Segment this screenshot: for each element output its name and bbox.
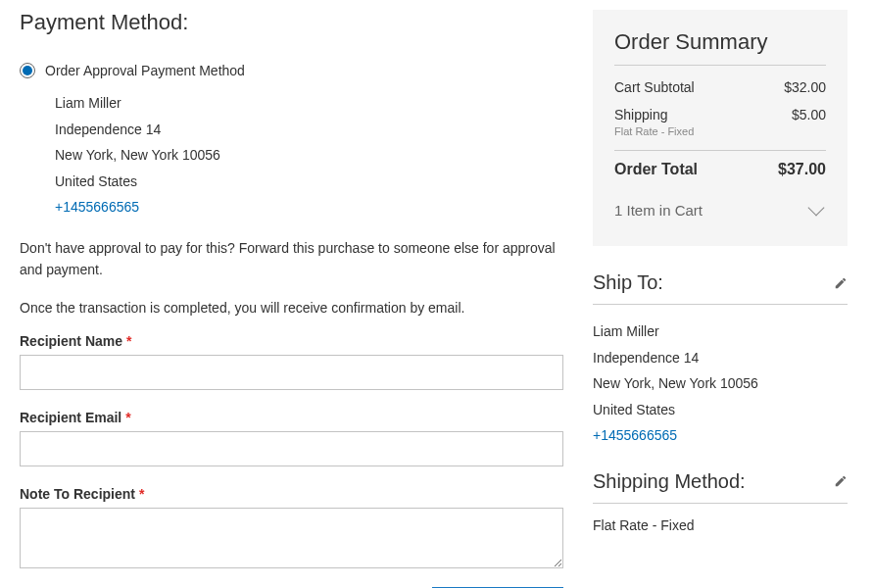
- payment-method-option[interactable]: Order Approval Payment Method: [20, 63, 563, 78]
- shipto-phone-link[interactable]: +1455666565: [593, 427, 677, 443]
- cart-items-toggle[interactable]: 1 Item in Cart: [614, 202, 826, 219]
- shipto-city: New York, New York 10056: [593, 370, 848, 397]
- shipping-sublabel: Flat Rate - Fixed: [614, 125, 694, 137]
- billing-country: United States: [55, 169, 563, 195]
- recipient-email-label: Recipient Email*: [20, 410, 563, 425]
- billing-phone-link[interactable]: +1455666565: [55, 199, 139, 215]
- shipto-country: United States: [593, 397, 848, 423]
- recipient-name-input[interactable]: [20, 355, 563, 390]
- subtotal-label: Cart Subtotal: [614, 79, 695, 95]
- shipping-value: $5.00: [792, 107, 826, 138]
- order-summary-title: Order Summary: [614, 29, 826, 66]
- order-total-value: $37.00: [778, 161, 826, 178]
- shipping-label: Shipping: [614, 107, 668, 122]
- cart-items-label: 1 Item in Cart: [614, 202, 703, 219]
- shipping-method-section: Shipping Method: Flat Rate - Fixed: [593, 470, 848, 533]
- email-confirmation-note: Once the transaction is completed, you w…: [20, 298, 563, 319]
- page-title: Payment Method:: [20, 10, 563, 35]
- payment-method-label: Order Approval Payment Method: [45, 63, 245, 78]
- shipto-street: Independence 14: [593, 345, 848, 371]
- order-summary-panel: Order Summary Cart Subtotal $32.00 Shipp…: [593, 10, 848, 246]
- ship-to-title: Ship To:: [593, 271, 663, 294]
- radio-selected-icon: [20, 63, 35, 78]
- chevron-down-icon: [808, 199, 825, 216]
- note-to-recipient-input[interactable]: [20, 508, 563, 568]
- order-total-label: Order Total: [614, 161, 698, 178]
- edit-ship-to-icon[interactable]: [834, 276, 848, 290]
- edit-shipping-method-icon[interactable]: [834, 474, 848, 488]
- approval-note: Don't have approval to pay for this? For…: [20, 238, 563, 280]
- recipient-email-input[interactable]: [20, 431, 563, 466]
- billing-address: Liam Miller Independence 14 New York, Ne…: [55, 90, 563, 220]
- billing-name: Liam Miller: [55, 90, 563, 117]
- subtotal-value: $32.00: [784, 79, 826, 95]
- ship-to-section: Ship To: Liam Miller Independence 14 New…: [593, 271, 848, 449]
- shipping-method-value: Flat Rate - Fixed: [593, 517, 848, 533]
- shipping-method-title: Shipping Method:: [593, 470, 746, 493]
- billing-city: New York, New York 10056: [55, 142, 563, 169]
- billing-street: Independence 14: [55, 117, 563, 143]
- note-to-recipient-label: Note To Recipient*: [20, 486, 563, 502]
- shipto-name: Liam Miller: [593, 318, 848, 345]
- recipient-name-label: Recipient Name*: [20, 333, 563, 349]
